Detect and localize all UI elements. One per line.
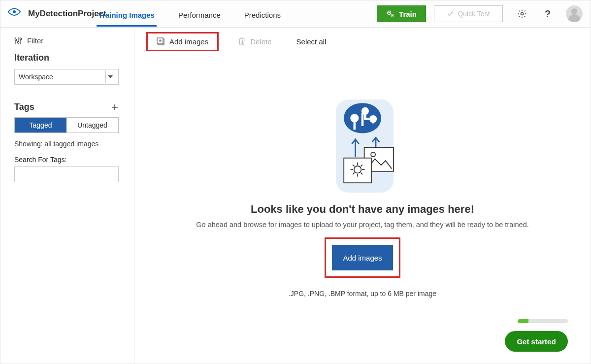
toolbar: Add images Delete Select all xyxy=(134,28,591,55)
upload-illustration-icon xyxy=(318,95,407,193)
svg-point-9 xyxy=(20,38,22,40)
iteration-selected-value: Workspace xyxy=(19,73,53,81)
empty-state: Looks like you don't have any images her… xyxy=(134,95,591,364)
showing-text: Showing: all tagged images xyxy=(14,140,120,148)
onboarding-progress xyxy=(518,319,568,323)
tab-performance[interactable]: Performance xyxy=(166,2,232,26)
filter-label: Filter xyxy=(27,36,43,45)
select-all-button[interactable]: Select all xyxy=(296,37,327,46)
sidebar: Filter Iteration Workspace Tags ＋ Tagged… xyxy=(0,28,134,364)
onboarding-progress-fill xyxy=(518,319,528,323)
format-note: .JPG, .PNG, .BMP format, up to 6 MB per … xyxy=(289,290,436,298)
train-label: Train xyxy=(399,10,417,18)
add-tag-button[interactable]: ＋ xyxy=(109,101,120,112)
iteration-title: Iteration xyxy=(14,53,120,63)
customvision-logo-icon xyxy=(7,7,21,21)
add-images-plus-icon xyxy=(157,37,164,45)
tab-predictions[interactable]: Predictions xyxy=(232,2,293,26)
delete-label: Delete xyxy=(250,37,271,46)
add-images-highlight-frame: Add images xyxy=(325,237,400,278)
gears-icon xyxy=(386,9,395,18)
untagged-filter-button[interactable]: Untagged xyxy=(66,118,118,132)
svg-point-2 xyxy=(392,15,393,16)
svg-point-3 xyxy=(521,13,524,15)
search-tags-input[interactable] xyxy=(14,166,119,182)
sliders-icon xyxy=(14,37,22,45)
empty-subtitle: Go ahead and browse for images to upload… xyxy=(196,221,528,229)
user-avatar[interactable] xyxy=(566,5,583,22)
trash-icon xyxy=(238,37,245,45)
tagged-filter-button[interactable]: Tagged xyxy=(15,118,66,132)
add-images-label: Add images xyxy=(169,37,208,46)
iteration-select[interactable]: Workspace xyxy=(14,69,119,85)
add-images-toolbar-button[interactable]: Add images xyxy=(146,32,219,51)
main-area: Add images Delete Select all xyxy=(134,28,591,364)
app-header: MyDetectionProject Training Images Perfo… xyxy=(0,0,591,28)
svg-point-5 xyxy=(15,39,17,41)
settings-button[interactable] xyxy=(516,7,528,20)
help-button[interactable]: ? xyxy=(541,7,554,20)
delete-button: Delete xyxy=(231,34,278,49)
train-button[interactable]: Train xyxy=(377,5,426,22)
tab-training-images[interactable]: Training Images xyxy=(87,2,166,26)
get-started-button[interactable]: Get started xyxy=(505,331,568,352)
search-tags-label: Search For Tags: xyxy=(14,156,120,164)
check-icon xyxy=(447,10,454,17)
chevron-down-icon xyxy=(105,70,114,83)
tags-title: Tags xyxy=(14,102,34,112)
svg-rect-22 xyxy=(344,158,371,183)
filter-toggle[interactable]: Filter xyxy=(14,36,120,45)
add-images-main-button[interactable]: Add images xyxy=(332,245,393,270)
svg-point-1 xyxy=(388,12,390,13)
empty-title: Looks like you don't have any images her… xyxy=(251,203,474,216)
svg-point-7 xyxy=(17,41,19,43)
tag-filter-toggle: Tagged Untagged xyxy=(14,117,119,133)
plus-icon: ＋ xyxy=(109,100,120,113)
quick-test-button: Quick Test xyxy=(434,5,503,22)
quick-test-label: Quick Test xyxy=(458,10,490,18)
svg-point-0 xyxy=(13,10,16,13)
gear-icon xyxy=(517,9,527,19)
nav-tabs: Training Images Performance Predictions xyxy=(87,2,293,26)
